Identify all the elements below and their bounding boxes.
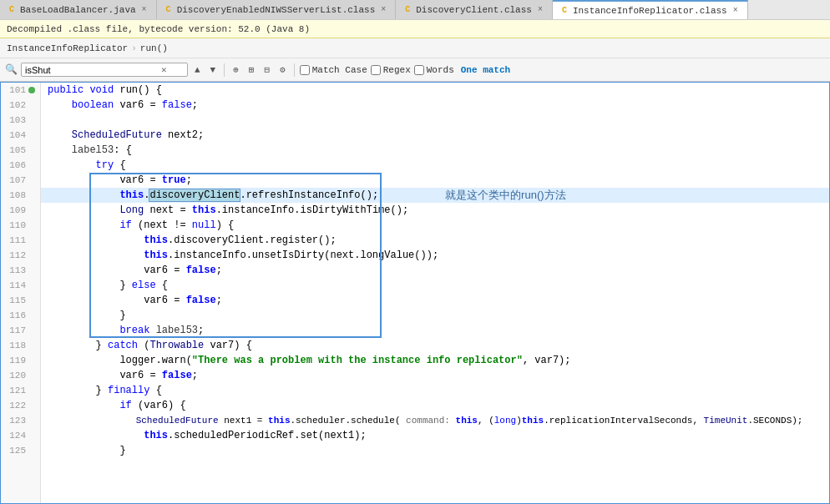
search-input[interactable]: [25, 65, 159, 75]
code-line-110: if (next != null) {: [41, 218, 829, 233]
regex-option[interactable]: Regex: [371, 65, 411, 75]
code-line-107: var6 = true;: [41, 173, 829, 188]
code-line-106: try {: [41, 158, 829, 173]
words-checkbox[interactable]: [414, 65, 424, 75]
search-separator-2: [294, 63, 295, 77]
search-settings-button[interactable]: ⊟: [261, 63, 273, 77]
words-label: Words: [427, 65, 454, 75]
code-line-111: this.discoveryClient.register();: [41, 233, 829, 248]
match-case-checkbox[interactable]: [300, 65, 310, 75]
search-next-button[interactable]: ▼: [207, 63, 220, 77]
info-text: Decompiled .class file, bytecode version…: [7, 24, 310, 34]
code-line-121: } finally {: [41, 383, 829, 398]
code-line-123: ScheduledFuture next1 = this.scheduler.s…: [41, 413, 829, 428]
tab-close-2[interactable]: ×: [378, 5, 388, 15]
code-line-101: public void run() {: [41, 83, 829, 98]
code-line-119: logger.warn("There was a problem with th…: [41, 353, 829, 368]
regex-checkbox[interactable]: [371, 65, 381, 75]
code-line-112: this.instanceInfo.unsetIsDirty(next.long…: [41, 248, 829, 263]
breadcrumb-part1: InstanceInfoReplicator: [7, 43, 128, 53]
search-bar: 🔍 ✕ ▲ ▼ ⊕ ⊞ ⊟ ⚙ Match Case Regex Words O…: [0, 58, 830, 82]
breadcrumb-bar: InstanceInfoReplicator › run(): [0, 38, 830, 58]
search-clear-button[interactable]: ✕: [161, 64, 167, 75]
words-option[interactable]: Words: [414, 65, 454, 75]
line-numbers: 101 102 103 104 105 106 107 108 109 110 …: [1, 83, 41, 503]
tab-instanceinforeplicator[interactable]: C InstanceInfoReplicator.class ×: [553, 0, 748, 19]
search-findusages-button[interactable]: ⊕: [230, 63, 242, 77]
regex-label: Regex: [383, 65, 411, 75]
breadcrumb-sep: ›: [131, 43, 137, 53]
search-prev-button[interactable]: ▲: [191, 63, 204, 77]
breadcrumb-part2: run(): [140, 43, 168, 53]
code-line-117: break label53;: [41, 323, 829, 338]
tab-bar: C BaseLoadBalancer.java × C DiscoveryEna…: [0, 0, 830, 20]
code-area: 101 102 103 104 105 106 107 108 109 110 …: [0, 82, 830, 504]
code-line-104: ScheduledFuture next2;: [41, 128, 829, 143]
tab-icon-3: C: [402, 5, 412, 15]
search-options-button[interactable]: ⚙: [276, 63, 289, 77]
code-content[interactable]: 101 102 103 104 105 106 107 108 109 110 …: [1, 83, 829, 503]
tab-close-4[interactable]: ×: [731, 6, 741, 16]
tab-icon-2: C: [164, 5, 174, 15]
tab-label-4: InstanceInfoReplicator.class: [573, 6, 727, 16]
code-line-114: } else {: [41, 278, 829, 293]
tab-discoveryclient[interactable]: C DiscoveryClient.class ×: [396, 0, 553, 19]
tab-icon-1: C: [7, 5, 17, 15]
search-input-wrap: ✕: [21, 63, 188, 77]
tab-label-2: DiscoveryEnabledNIWSServerList.class: [177, 5, 376, 15]
tab-label-1: BaseLoadBalancer.java: [20, 5, 136, 15]
tab-label-3: DiscoveryClient.class: [416, 5, 532, 15]
tab-close-3[interactable]: ×: [535, 5, 545, 15]
code-line-113: var6 = false;: [41, 263, 829, 278]
code-line-105: label53: {: [41, 143, 829, 158]
code-line-120: var6 = false;: [41, 368, 829, 383]
info-bar: Decompiled .class file, bytecode version…: [0, 20, 830, 38]
tab-close-1[interactable]: ×: [139, 5, 149, 15]
code-line-109: Long next = this.instanceInfo.isDirtyWit…: [41, 203, 829, 218]
match-case-label: Match Case: [312, 65, 367, 75]
code-line-102: boolean var6 = false;: [41, 98, 829, 113]
tab-baseloadbalancer[interactable]: C BaseLoadBalancer.java ×: [0, 0, 157, 19]
code-line-122: if (var6) {: [41, 398, 829, 413]
search-filter-button[interactable]: ⊞: [245, 63, 258, 77]
code-line-124: this.scheduledPeriodicRef.set(next1);: [41, 428, 829, 443]
code-lines: public void run() { boolean var6 = false…: [41, 83, 829, 503]
code-line-108: this.discoveryClient.refreshInstanceInfo…: [41, 188, 829, 203]
code-line-125: }: [41, 443, 829, 458]
code-line-116: }: [41, 308, 829, 323]
match-case-option[interactable]: Match Case: [300, 65, 367, 75]
search-icon: 🔍: [5, 63, 18, 76]
code-line-103: [41, 113, 829, 128]
search-separator-1: [224, 63, 225, 77]
tab-icon-4: C: [559, 6, 569, 16]
search-result: One match: [461, 65, 510, 75]
code-line-115: var6 = false;: [41, 293, 829, 308]
tab-discoveryenabled[interactable]: C DiscoveryEnabledNIWSServerList.class ×: [157, 0, 397, 19]
code-line-118: } catch (Throwable var7) {: [41, 338, 829, 353]
